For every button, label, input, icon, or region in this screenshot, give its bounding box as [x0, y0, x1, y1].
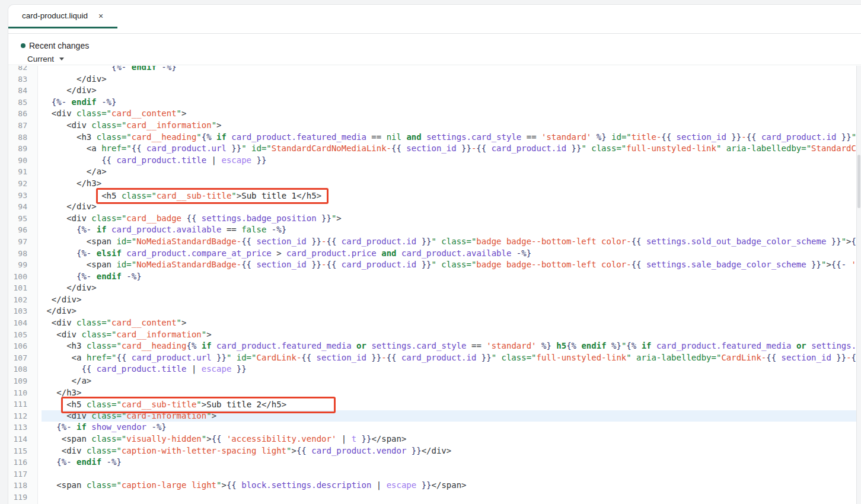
code-line[interactable]: </div> — [42, 282, 861, 294]
line-number: 96 — [8, 224, 27, 236]
code-line[interactable]: <span class="visually-hidden">{{ 'access… — [42, 433, 861, 445]
code-line[interactable]: {{ card_product.title | escape }} — [42, 363, 861, 375]
tab-bar: card-product.liquid × — [8, 5, 861, 34]
code-lines: {%- endif -%} </div> </div> {%- endif -%… — [37, 66, 861, 503]
line-number: 93 — [8, 190, 27, 202]
line-number: 90 — [8, 155, 27, 167]
vertical-scrollbar[interactable] — [856, 66, 861, 504]
version-label: Current — [27, 55, 54, 63]
annotation-box: <h5 class="card__sub-title">Sub title 1<… — [96, 188, 329, 205]
code-line[interactable]: <span id="NoMediaStandardBadge-{{ sectio… — [42, 259, 861, 271]
version-dropdown[interactable]: Current — [27, 53, 64, 64]
tab-card-product-liquid[interactable]: card-product.liquid × — [8, 5, 117, 28]
line-number: 110 — [8, 387, 27, 399]
code-line[interactable]: <h5 class="card__sub-title">Sub title 2<… — [42, 398, 861, 410]
code-line[interactable]: <h3 class="card__heading{% if card_produ… — [42, 340, 861, 352]
line-number: 105 — [8, 329, 27, 341]
code-line[interactable]: <span id="NoMediaStandardBadge-{{ sectio… — [42, 236, 861, 248]
code-line[interactable]: <h5 class="card__sub-title">Sub title 1<… — [42, 190, 861, 202]
code-line[interactable]: <div class="card__content"> — [42, 317, 861, 329]
code-line[interactable]: {%- endif -%} — [42, 66, 861, 74]
line-number: 84 — [8, 85, 27, 97]
code-line[interactable]: </a> — [42, 166, 861, 178]
line-number: 113 — [8, 422, 27, 433]
code-line[interactable]: <div class="card__information"> — [42, 329, 861, 341]
line-number: 83 — [8, 74, 27, 85]
line-number: 82 — [8, 66, 27, 74]
close-tab-icon[interactable]: × — [97, 11, 104, 21]
chevron-down-icon — [59, 58, 64, 60]
code-line[interactable]: <a href="{{ card_product.url }}" id="Sta… — [42, 143, 861, 155]
line-number: 104 — [8, 317, 27, 329]
annotation-box: <h5 class="card__sub-title">Sub title 2<… — [61, 397, 336, 413]
line-number: 117 — [8, 468, 27, 480]
code-line[interactable]: </div> — [42, 85, 861, 97]
code-line[interactable]: <div class="caption-with-letter-spacing … — [42, 445, 861, 457]
recent-changes-status: Recent changes — [8, 34, 861, 52]
line-number: 85 — [8, 97, 27, 109]
code-line[interactable]: {%- elsif card_product.compare_at_price … — [42, 248, 861, 260]
code-line[interactable]: <div class="card__badge {{ settings.badg… — [42, 213, 861, 225]
line-number: 103 — [8, 305, 27, 317]
code-line[interactable]: {%- if show_vendor -%} — [42, 422, 861, 433]
code-editor[interactable]: 8283848586878889909192939495969798991001… — [8, 66, 861, 504]
line-number: 95 — [8, 213, 27, 225]
code-line[interactable]: </div> — [42, 74, 861, 85]
line-number: 106 — [8, 340, 27, 352]
line-number: 98 — [8, 248, 27, 260]
code-line[interactable]: </a> — [42, 375, 861, 387]
line-number: 100 — [8, 271, 27, 283]
line-number: 92 — [8, 178, 27, 190]
line-number: 111 — [8, 398, 27, 410]
line-number-gutter: 8283848586878889909192939495969798991001… — [8, 66, 37, 503]
code-line[interactable] — [42, 492, 861, 503]
line-number: 88 — [8, 132, 27, 143]
line-number: 107 — [8, 352, 27, 364]
line-number: 99 — [8, 259, 27, 271]
line-number: 101 — [8, 282, 27, 294]
line-number: 94 — [8, 201, 27, 213]
recent-changes-label: Recent changes — [29, 41, 89, 50]
code-scroller: 8283848586878889909192939495969798991001… — [8, 66, 861, 503]
recent-changes-header: Recent changes Current — [8, 34, 861, 65]
code-editor-panel: card-product.liquid × Recent changes Cur… — [8, 4, 861, 504]
line-number: 108 — [8, 363, 27, 375]
scrollbar-thumb[interactable] — [857, 155, 860, 208]
code-line[interactable]: <a href="{{ card_product.url }}" id="Car… — [42, 352, 861, 364]
line-number: 116 — [8, 457, 27, 468]
status-dot-icon — [21, 43, 25, 48]
code-line[interactable]: {%- if card_product.available == false -… — [42, 224, 861, 236]
line-number: 114 — [8, 433, 27, 445]
code-line[interactable]: </div> — [42, 294, 861, 306]
code-line[interactable]: </div> — [42, 305, 861, 317]
code-line[interactable]: <h3 class="card__heading"{% if card_prod… — [42, 132, 861, 143]
code-line[interactable]: {%- endif -%} — [42, 457, 861, 468]
line-number: 102 — [8, 294, 27, 306]
line-number: 118 — [8, 480, 27, 492]
line-number: 115 — [8, 445, 27, 457]
line-number: 97 — [8, 236, 27, 248]
line-number: 89 — [8, 143, 27, 155]
line-number: 87 — [8, 120, 27, 132]
code-line[interactable]: {%- endif -%} — [42, 271, 861, 283]
code-line[interactable]: {%- endif -%} — [42, 97, 861, 109]
line-number: 109 — [8, 375, 27, 387]
line-number: 91 — [8, 166, 27, 178]
line-number: 119 — [8, 492, 27, 503]
line-number: 86 — [8, 108, 27, 120]
code-line[interactable]: <span class="caption-large light">{{ blo… — [42, 480, 861, 492]
code-line[interactable]: {{ card_product.title | escape }} — [42, 155, 861, 167]
line-number: 112 — [8, 410, 27, 422]
code-line[interactable] — [42, 468, 861, 480]
tab-title: card-product.liquid — [22, 11, 88, 20]
code-line[interactable]: <div class="card__content"> — [42, 108, 861, 120]
code-line[interactable]: <div class="card__information"> — [42, 120, 861, 132]
